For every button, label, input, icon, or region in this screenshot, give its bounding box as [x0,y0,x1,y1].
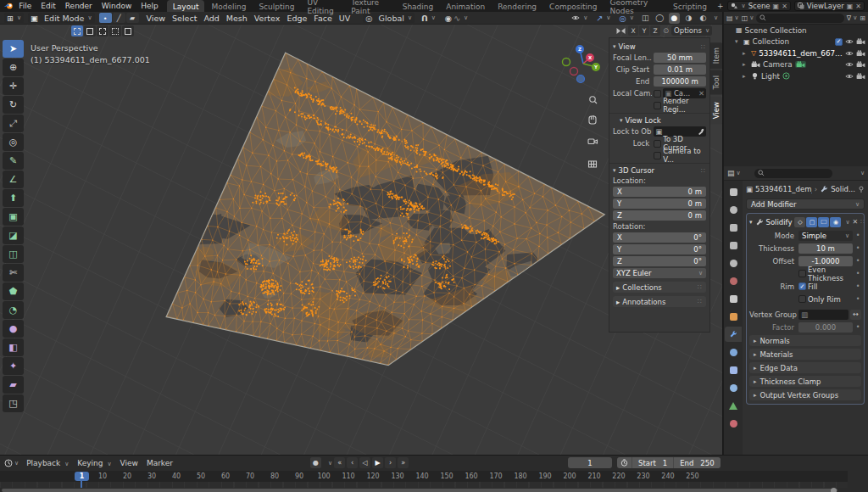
new-collection-icon[interactable]: ⊞ [860,14,865,22]
workspace-tab-rendering[interactable]: Rendering [492,0,542,12]
workspace-tab-layout[interactable]: Layout [167,0,205,12]
invert-vgroup-button[interactable]: ↔ [850,310,861,320]
cursor-location-x[interactable]: X0 m [613,187,706,197]
editor-type-button[interactable]: ⊞∨ [4,13,24,23]
properties-editor-icon[interactable]: ▤∨ [727,169,741,177]
workspace-tab-compositing[interactable]: Compositing [543,0,603,12]
properties-tab-render[interactable] [725,202,742,217]
modifier-extras-dropdown[interactable]: ∨ [845,219,849,226]
properties-tab-physics[interactable] [725,344,742,360]
properties-tab-constraints[interactable] [725,362,742,377]
render-region-checkbox[interactable] [654,102,661,109]
snap-toggle[interactable]: U∨ [419,13,438,23]
visibility-dropdown[interactable]: ∨ [569,13,590,23]
pin-icon[interactable] [858,186,865,193]
properties-tab-world[interactable] [725,273,742,288]
tool-shrink-fatten[interactable]: ✦ [3,357,24,375]
tool-rip-region[interactable]: ◳ [3,394,24,412]
cursor-rotation-x[interactable]: X0° [613,232,706,243]
mirror-x-button[interactable]: X [628,25,638,36]
snap-options-icon[interactable]: ⊙ [663,26,669,35]
select-mode-option-0[interactable] [71,25,83,36]
disable-in-renders-icon[interactable] [856,38,865,45]
outliner-row-camera[interactable]: ▸Camera [724,59,868,71]
thickness-field[interactable]: 10 m [798,243,853,254]
fill-checkbox[interactable]: ✓ [798,282,806,290]
disclosure-icon[interactable]: ▸ [743,73,748,80]
to-3d-cursor-checkbox[interactable] [654,140,661,148]
tool-scale[interactable]: ⤢ [3,115,24,132]
start-frame-field[interactable]: Start1 [632,459,673,467]
include-checkbox[interactable]: ✓ [835,38,843,46]
modifier-section-edge-data[interactable]: ▸Edge Data [749,362,861,373]
timeline-scrollbar[interactable] [2,489,837,492]
jump-to-start-button[interactable]: « [334,457,345,468]
viewport-menu-add[interactable]: Add [203,14,219,23]
copy-viewlayer-icon[interactable]: ▣ [847,3,854,10]
outliner-item-label[interactable]: Camera [763,60,793,69]
sidebar-tab-item[interactable]: Item [710,42,723,69]
jump-to-end-button[interactable]: » [398,457,409,468]
workspace-tab-animation[interactable]: Animation [440,0,491,12]
cursor-rotation-y[interactable]: Y0° [613,244,706,254]
workspace-tab-geometry-nodes[interactable]: Geometry Nodes [604,0,666,12]
topbar-menu-help[interactable]: Help [141,2,159,10]
viewport-menu-uv[interactable]: UV [339,14,350,23]
tool-rotate[interactable]: ↻ [3,96,24,114]
outliner-row-scene-collection[interactable]: ▦Scene Collection [724,25,868,36]
outliner-item-label[interactable]: Collection [753,37,790,46]
sidebar-tab-tool[interactable]: Tool [710,70,723,95]
mode-dropdown[interactable]: ▣ Edit Mode∨ [28,13,94,23]
hide-in-viewport-icon[interactable] [845,61,854,68]
properties-tab-view-layer[interactable] [725,238,742,253]
timeline-editor-icon[interactable]: ∨ [4,459,19,467]
properties-tab-object[interactable] [725,309,742,324]
shading-rendered-button[interactable]: ◐ [698,13,709,24]
playhead-line[interactable] [81,480,82,488]
workspace-tab-shading[interactable]: Shading [397,0,440,12]
eyedropper-icon[interactable] [698,128,704,135]
viewport-menu-select[interactable]: Select [172,14,197,23]
add-modifier-button[interactable]: Add Modifier∨ [746,198,865,210]
modifier-section-output-vertex-groups[interactable]: ▸Output Vertex Groups [749,389,861,400]
scrollbar-knob[interactable] [831,488,837,492]
view-panel-header[interactable]: ▾View∷ [613,42,706,51]
select-mode-option-1[interactable] [84,25,96,36]
focal-length-field[interactable]: 50 mm [654,53,706,63]
tool-spin[interactable]: ◔ [3,301,24,319]
viewlayer-selector[interactable]: ViewLayer ▣ ✕ [794,1,865,11]
scene-selector[interactable]: ∨ Scene ▣ ✕ [727,1,791,11]
tool-cursor[interactable]: ⊕ [3,59,24,76]
cursor-rotation-z[interactable]: Z0° [613,256,706,266]
disclosure-icon[interactable]: ▸ [743,50,748,57]
select-mode-option-2[interactable] [97,25,108,36]
current-frame-field[interactable]: 1 [568,457,612,468]
topbar-menu-edit[interactable]: Edit [41,2,55,10]
workspace-tab-uv-editing[interactable]: UV Editing [301,0,344,12]
copy-scene-icon[interactable]: ▣ [773,3,780,10]
breadcrumb-object[interactable]: 53394611_dem_66... [755,185,812,193]
disclosure-icon[interactable]: ▸ [743,61,748,68]
tool-measure[interactable]: ∠ [3,171,24,188]
delete-scene-icon[interactable]: ✕ [782,3,787,10]
disable-in-renders-icon[interactable] [856,61,865,68]
cursor-location-y[interactable]: Y0 m [613,198,706,209]
mirror-y-button[interactable]: Y [639,25,649,36]
outliner-mode-icon[interactable]: ◫∨ [742,14,754,22]
modifier-section-materials[interactable]: ▸Materials [749,349,861,360]
tool-inset-faces[interactable]: ▣ [3,208,24,226]
sidebar-tab-view[interactable]: View [710,97,723,124]
hide-in-viewport-icon[interactable] [845,50,854,57]
viewport-menu-vertex[interactable]: Vertex [254,14,281,23]
outliner-item-label[interactable]: Scene Collection [745,26,807,35]
viewport-menu-edge[interactable]: Edge [287,14,307,23]
tool-select-box[interactable]: ➤ [3,40,24,58]
properties-tab-material[interactable] [725,416,742,431]
outliner-display-mode-icon[interactable]: ▤∨ [726,14,739,22]
workspace-tab-texture-paint[interactable]: Texture Paint [345,0,395,12]
camera-to-view-checkbox[interactable] [654,152,661,159]
local-camera-checkbox[interactable] [654,90,661,98]
workspace-tab-scripting[interactable]: Scripting [667,0,713,12]
properties-tab-collection[interactable] [725,291,742,306]
modifier-section-normals[interactable]: ▸Normals [749,335,861,346]
